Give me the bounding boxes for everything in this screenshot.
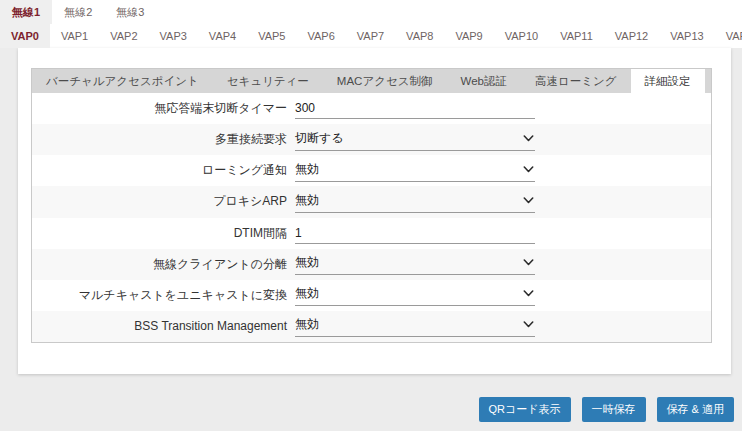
chevron-down-icon: [523, 135, 534, 142]
field-label: 無応答端末切断タイマー: [32, 100, 287, 117]
header: 無線1無線2無線3 VAP0VAP1VAP2VAP3VAP4VAP5VAP6VA…: [0, 0, 742, 48]
dropdown-value: 無効: [295, 254, 319, 271]
vap-tab-6[interactable]: VAP6: [296, 24, 345, 48]
field-label: プロキシARP: [32, 193, 287, 210]
dropdown[interactable]: 無効: [295, 191, 535, 213]
panel-tab-2[interactable]: MACアクセス制御: [323, 69, 447, 93]
chevron-down-icon: [523, 166, 534, 173]
settings-card: バーチャルアクセスポイントセキュリティーMACアクセス制御Web認証高速ローミン…: [18, 48, 731, 374]
field-control: 無効: [295, 191, 535, 213]
vap-tab-10[interactable]: VAP10: [494, 24, 549, 48]
action-button-2[interactable]: 保存 & 適用: [657, 397, 734, 422]
vap-tab-9[interactable]: VAP9: [444, 24, 493, 48]
field-label: 多重接続要求: [32, 131, 287, 148]
vap-tab-12[interactable]: VAP12: [604, 24, 659, 48]
radio-tab-2[interactable]: 無線3: [104, 0, 156, 24]
field-control: [295, 98, 535, 119]
dropdown-value: 無効: [295, 192, 319, 209]
dropdown[interactable]: 無効: [295, 284, 535, 306]
vap-tab-11[interactable]: VAP11: [549, 24, 604, 48]
vap-tab-1[interactable]: VAP1: [50, 24, 99, 48]
field-label: マルチキャストをユニキャストに変換: [32, 287, 287, 304]
chevron-down-icon: [523, 290, 534, 297]
vap-tab-5[interactable]: VAP5: [247, 24, 296, 48]
action-button-0[interactable]: QRコード表示: [479, 397, 571, 422]
action-button-1[interactable]: 一時保存: [582, 397, 646, 422]
field-label: 無線クライアントの分離: [32, 256, 287, 273]
form-row-3: プロキシARP 無効: [32, 186, 711, 217]
action-bar: QRコード表示一時保存保存 & 適用: [0, 397, 734, 422]
field-label: BSS Transition Management: [32, 319, 287, 333]
vap-tab-0[interactable]: VAP0: [0, 24, 50, 48]
vap-tab-2[interactable]: VAP2: [99, 24, 148, 48]
panel-tab-1[interactable]: セキュリティー: [213, 69, 323, 93]
text-input[interactable]: [295, 100, 535, 119]
field-label: ローミング通知: [32, 162, 287, 179]
panel-tab-0[interactable]: バーチャルアクセスポイント: [32, 69, 213, 93]
text-input[interactable]: [295, 225, 535, 244]
vap-tab-4[interactable]: VAP4: [198, 24, 247, 48]
field-control: 無効: [295, 253, 535, 275]
dropdown[interactable]: 切断する: [295, 129, 535, 151]
field-control: 切断する: [295, 129, 535, 151]
radio-tab-1[interactable]: 無線2: [52, 0, 104, 24]
dropdown-value: 無効: [295, 316, 319, 333]
radio-tab-0[interactable]: 無線1: [0, 0, 52, 24]
form-row-6: マルチキャストをユニキャストに変換 無効: [32, 280, 711, 311]
dropdown-value: 無効: [295, 161, 319, 178]
chevron-down-icon: [523, 197, 534, 204]
vap-tab-13[interactable]: VAP13: [659, 24, 714, 48]
form-row-5: 無線クライアントの分離 無効: [32, 249, 711, 280]
field-control: 無効: [295, 160, 535, 182]
panel-tab-5[interactable]: 詳細設定: [631, 69, 705, 93]
panel-tab-3[interactable]: Web認証: [447, 69, 521, 93]
vap-tab-7[interactable]: VAP7: [346, 24, 395, 48]
form-row-7: BSS Transition Management 無効: [32, 311, 711, 342]
form-row-1: 多重接続要求 切断する: [32, 124, 711, 155]
form-row-4: DTIM間隔: [32, 218, 711, 249]
page: 無線1無線2無線3 VAP0VAP1VAP2VAP3VAP4VAP5VAP6VA…: [0, 0, 742, 422]
dropdown-value: 切断する: [295, 130, 344, 147]
field-control: 無効: [295, 284, 535, 306]
settings-form: 無応答端末切断タイマー 多重接続要求 切断する ローミング通知 無効 プロキシA: [32, 93, 711, 342]
field-control: [295, 223, 535, 244]
settings-panel: バーチャルアクセスポイントセキュリティーMACアクセス制御Web認証高速ローミン…: [31, 68, 712, 343]
chevron-down-icon: [523, 259, 534, 266]
field-control: 無効: [295, 315, 535, 337]
chevron-down-icon: [523, 321, 534, 328]
panel-tab-bar: バーチャルアクセスポイントセキュリティーMACアクセス制御Web認証高速ローミン…: [32, 69, 711, 93]
radio-tab-bar: 無線1無線2無線3: [0, 0, 742, 24]
vap-tab-3[interactable]: VAP3: [149, 24, 198, 48]
dropdown-value: 無効: [295, 285, 319, 302]
form-row-0: 無応答端末切断タイマー: [32, 93, 711, 124]
dropdown[interactable]: 無効: [295, 160, 535, 182]
form-row-2: ローミング通知 無効: [32, 155, 711, 186]
panel-tab-4[interactable]: 高速ローミング: [521, 69, 631, 93]
vap-tab-14[interactable]: VAP14: [715, 24, 742, 48]
dropdown[interactable]: 無効: [295, 315, 535, 337]
vap-tab-8[interactable]: VAP8: [395, 24, 444, 48]
vap-tab-bar: VAP0VAP1VAP2VAP3VAP4VAP5VAP6VAP7VAP8VAP9…: [0, 24, 742, 48]
field-label: DTIM間隔: [32, 225, 287, 242]
dropdown[interactable]: 無効: [295, 253, 535, 275]
